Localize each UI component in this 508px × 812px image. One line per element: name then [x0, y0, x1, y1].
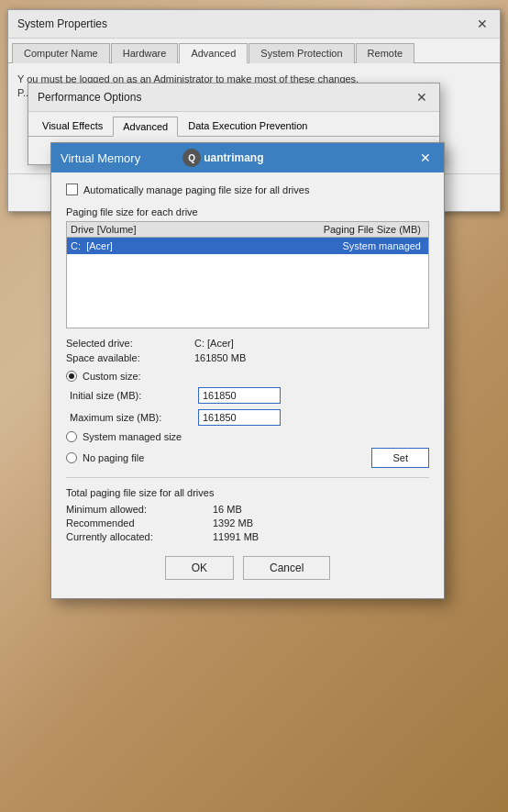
- auto-manage-checkbox[interactable]: [66, 184, 78, 195]
- virt-ok-button[interactable]: OK: [165, 556, 234, 580]
- drive-table-header: Drive [Volume] Paging File Size (MB): [67, 222, 428, 238]
- max-size-input[interactable]: [198, 409, 281, 426]
- system-properties-tabs: Computer Name Hardware Advanced System P…: [8, 39, 500, 63]
- drive-row-paging-size: System managed: [246, 240, 425, 251]
- virt-cancel-button[interactable]: Cancel: [243, 556, 330, 580]
- selected-drive-label: Selected drive:: [66, 338, 194, 349]
- system-properties-close[interactable]: ✕: [474, 16, 491, 32]
- system-properties-title: System Properties: [17, 17, 107, 30]
- currently-allocated-row: Currently allocated: 11991 MB: [66, 531, 429, 542]
- perf-options-tabs: Visual Effects Advanced Data Execution P…: [28, 112, 439, 137]
- selected-drive-value: C: [Acer]: [194, 338, 234, 349]
- logo-group: Q uantrimang: [182, 149, 263, 167]
- header-paging-size: Paging File Size (MB): [246, 224, 425, 235]
- space-available-row: Space available: 161850 MB: [66, 352, 429, 363]
- tab-computer-name[interactable]: Computer Name: [12, 43, 110, 63]
- virt-memory-title: Virtual Memory: [61, 151, 140, 165]
- auto-manage-row: Automatically manage paging file size fo…: [66, 184, 429, 195]
- min-allowed-row: Minimum allowed: 16 MB: [66, 504, 429, 515]
- perf-tab-advanced[interactable]: Advanced: [113, 117, 178, 137]
- logo-text: uantrimang: [204, 151, 263, 164]
- recommended-row: Recommended 1392 MB: [66, 517, 429, 528]
- no-paging-label: No paging file: [83, 452, 144, 463]
- perf-options-titlebar: Performance Options ✕: [28, 83, 439, 112]
- no-paging-set-row: No paging file Set: [66, 448, 429, 468]
- tab-system-protection[interactable]: System Protection: [248, 43, 354, 63]
- tab-advanced[interactable]: Advanced: [179, 43, 248, 63]
- drive-row[interactable]: C: [Acer] System managed: [67, 238, 428, 254]
- recommended-value: 1392 MB: [213, 517, 253, 528]
- selected-drive-row: Selected drive: C: [Acer]: [66, 338, 429, 349]
- total-section-label: Total paging file size for all drives: [66, 487, 429, 498]
- currently-allocated-label: Currently allocated:: [66, 531, 213, 542]
- space-available-value: 161850 MB: [194, 352, 246, 363]
- virt-memory-titlebar: Virtual Memory Q uantrimang ✕: [51, 143, 444, 172]
- tab-hardware[interactable]: Hardware: [111, 43, 179, 63]
- max-size-label: Maximum size (MB):: [70, 412, 198, 423]
- set-button[interactable]: Set: [371, 448, 429, 468]
- tab-remote[interactable]: Remote: [356, 43, 415, 63]
- virt-dialog-btn-row: OK Cancel: [66, 545, 429, 587]
- perf-options-title: Performance Options: [38, 91, 141, 104]
- space-available-label: Space available:: [66, 352, 194, 363]
- min-allowed-label: Minimum allowed:: [66, 504, 213, 515]
- auto-manage-label: Automatically manage paging file size fo…: [83, 184, 309, 195]
- initial-size-row: Initial size (MB):: [66, 387, 429, 404]
- custom-size-radio[interactable]: [66, 371, 77, 382]
- max-size-row: Maximum size (MB):: [66, 409, 429, 426]
- logo-icon: Q: [182, 149, 201, 167]
- initial-size-input[interactable]: [198, 387, 281, 404]
- perf-tab-visual-effects[interactable]: Visual Effects: [32, 116, 113, 136]
- perf-tab-dep[interactable]: Data Execution Prevention: [178, 116, 317, 136]
- no-paging-row: No paging file: [66, 452, 144, 463]
- initial-size-label: Initial size (MB):: [70, 390, 198, 401]
- drive-table: Drive [Volume] Paging File Size (MB) C: …: [66, 221, 429, 328]
- currently-allocated-value: 11991 MB: [213, 531, 259, 542]
- no-paging-radio[interactable]: [66, 452, 77, 463]
- divider: [66, 477, 429, 478]
- virt-memory-title-group: Virtual Memory Q uantrimang: [61, 149, 264, 167]
- drive-row-drive: C: [Acer]: [71, 240, 246, 251]
- drive-empty-area: [67, 254, 428, 328]
- custom-size-row: Custom size:: [66, 371, 429, 382]
- system-properties-titlebar: System Properties ✕: [8, 10, 500, 39]
- system-managed-radio[interactable]: [66, 431, 77, 442]
- recommended-label: Recommended: [66, 517, 213, 528]
- perf-options-close[interactable]: ✕: [414, 89, 430, 106]
- paging-section-label: Paging file size for each drive: [66, 206, 429, 217]
- custom-size-label: Custom size:: [83, 371, 141, 382]
- virt-memory-body: Automatically manage paging file size fo…: [51, 172, 444, 598]
- min-allowed-value: 16 MB: [213, 504, 242, 515]
- header-drive: Drive [Volume]: [71, 224, 246, 235]
- system-managed-row: System managed size: [66, 431, 429, 442]
- virt-memory-close[interactable]: ✕: [416, 149, 435, 167]
- system-managed-label: System managed size: [83, 431, 182, 442]
- virtual-memory-dialog: Virtual Memory Q uantrimang ✕ Automatica…: [50, 142, 445, 599]
